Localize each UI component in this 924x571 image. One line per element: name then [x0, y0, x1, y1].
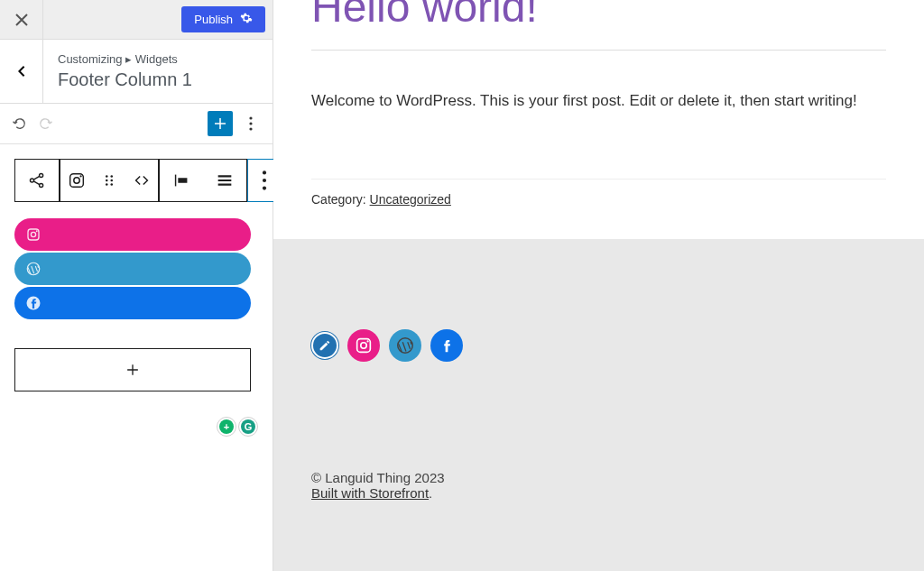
facebook-icon: [437, 336, 457, 355]
footer-wordpress-link[interactable]: [389, 329, 421, 362]
social-link-facebook[interactable]: [14, 287, 251, 319]
plus-icon: [124, 361, 142, 379]
share-icon: [27, 170, 47, 190]
instagram-icon: [67, 170, 87, 190]
svg-point-9: [106, 175, 108, 178]
svg-point-4: [40, 173, 43, 177]
align-left-icon: [171, 170, 191, 190]
breadcrumb-row: Customizing ▸ Widgets Footer Column 1: [0, 40, 273, 104]
chevron-left-icon: [15, 65, 28, 78]
svg-point-13: [106, 183, 108, 186]
post-content: Welcome to WordPress. This is your first…: [311, 50, 886, 128]
chevrons-icon: [132, 170, 152, 190]
facebook-icon: [25, 295, 42, 311]
svg-point-26: [366, 340, 368, 342]
back-button[interactable]: [0, 40, 43, 103]
svg-point-3: [30, 179, 33, 182]
add-block-button[interactable]: [208, 111, 233, 136]
instagram-icon: [354, 336, 374, 355]
justify-button[interactable]: [203, 160, 246, 201]
drag-icon: [99, 170, 119, 190]
svg-point-17: [263, 179, 266, 182]
editor-toolbar: [0, 104, 273, 144]
badge-1[interactable]: +: [217, 417, 236, 437]
block-type-social-button[interactable]: [15, 160, 59, 201]
footer-social-icons: [311, 329, 886, 362]
svg-point-7: [74, 178, 79, 183]
svg-point-1: [249, 122, 252, 124]
wordpress-icon: [395, 336, 415, 355]
svg-point-8: [79, 175, 81, 177]
svg-point-22: [27, 262, 40, 275]
category-link[interactable]: Uncategorized: [370, 192, 451, 207]
more-vertical-icon: [254, 170, 274, 190]
svg-rect-15: [178, 178, 187, 183]
block-toolbar: [14, 159, 258, 202]
post-meta: Category: Uncategorized: [311, 179, 886, 230]
social-icon-instagram-button[interactable]: [60, 160, 93, 201]
plus-icon: [212, 115, 228, 132]
svg-point-5: [40, 183, 43, 187]
social-link-instagram[interactable]: [14, 218, 251, 251]
svg-point-12: [110, 180, 113, 182]
pencil-icon: [318, 338, 332, 353]
publish-label: Publish: [194, 13, 233, 26]
badge-2[interactable]: G: [238, 417, 258, 437]
footer-credits: © Languid Thing 2023 Built with Storefro…: [311, 470, 886, 501]
justify-icon: [215, 170, 235, 190]
svg-point-21: [36, 230, 38, 232]
close-icon: [15, 14, 28, 26]
svg-point-10: [110, 175, 113, 178]
add-widget-button[interactable]: [14, 348, 251, 391]
post-title[interactable]: Hello world!: [311, 0, 886, 32]
social-links-block[interactable]: [14, 218, 258, 321]
svg-point-16: [263, 170, 266, 174]
editor-more-button[interactable]: [240, 111, 262, 136]
storefront-link[interactable]: Built with Storefront: [311, 485, 429, 501]
widget-editor: + G: [0, 144, 273, 451]
publish-button[interactable]: Publish: [181, 6, 265, 32]
site-preview: Hello world! Welcome to WordPress. This …: [273, 0, 924, 571]
wordpress-icon: [25, 261, 42, 277]
svg-point-0: [249, 116, 252, 119]
instagram-icon: [25, 226, 42, 243]
svg-point-11: [106, 180, 108, 182]
align-left-button[interactable]: [160, 160, 203, 201]
social-link-wordpress[interactable]: [14, 253, 251, 285]
drag-handle[interactable]: [93, 160, 125, 201]
more-vertical-icon: [249, 116, 253, 131]
svg-point-18: [263, 186, 266, 189]
gear-icon: [240, 12, 253, 27]
breadcrumb: Customizing ▸ Widgets: [58, 52, 258, 66]
svg-point-25: [361, 343, 366, 348]
close-customizer-button[interactable]: [0, 0, 43, 40]
svg-point-2: [249, 127, 252, 130]
svg-point-20: [31, 232, 35, 236]
extension-badges: + G: [14, 417, 258, 437]
redo-icon: [37, 115, 53, 132]
page-title: Footer Column 1: [58, 69, 258, 90]
svg-point-27: [398, 338, 413, 354]
redo-button: [36, 115, 54, 133]
footer-instagram-link[interactable]: [347, 329, 380, 362]
customizer-header: Publish: [0, 0, 273, 40]
customizer-sidebar: Publish Customizing ▸ Widgets Footer Col…: [0, 0, 273, 571]
move-left-right-button[interactable]: [125, 160, 158, 201]
svg-point-14: [110, 183, 113, 186]
undo-icon: [12, 115, 28, 132]
edit-shortcut-button[interactable]: [311, 332, 338, 359]
site-footer: © Languid Thing 2023 Built with Storefro…: [273, 239, 924, 571]
undo-button[interactable]: [11, 115, 29, 133]
footer-facebook-link[interactable]: [430, 329, 463, 362]
